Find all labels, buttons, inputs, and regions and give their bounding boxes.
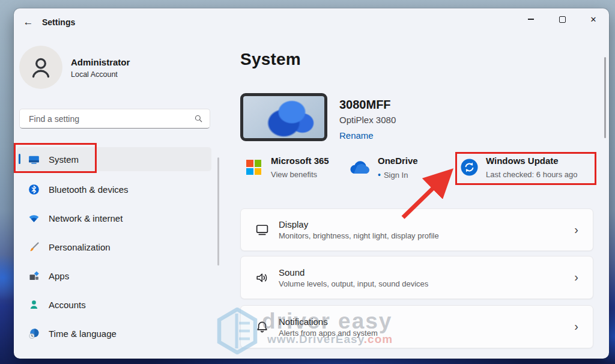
rename-link[interactable]: Rename <box>339 130 374 141</box>
maximize-icon <box>559 16 566 23</box>
card-display[interactable]: Display Monitors, brightness, night ligh… <box>240 208 593 251</box>
user-account-type: Local Account <box>71 70 118 79</box>
microsoft-365-title: Microsoft 365 <box>271 156 329 166</box>
personalization-brush-icon <box>28 241 40 253</box>
device-model: OptiPlex 3080 <box>339 115 396 125</box>
card-subtitle: Monitors, brightness, night light, displ… <box>279 231 439 240</box>
onedrive-title: OneDrive <box>378 156 418 166</box>
sidebar-scrollbar[interactable] <box>217 157 219 265</box>
view-benefits-link[interactable]: View benefits <box>271 170 317 179</box>
wifi-icon <box>28 212 40 225</box>
chevron-right-icon: › <box>574 320 578 333</box>
onedrive-icon <box>348 161 372 177</box>
minimize-button[interactable] <box>515 8 547 30</box>
sidebar-item-accounts[interactable]: Accounts <box>17 293 211 317</box>
user-name: Administrator <box>71 57 130 67</box>
sidebar-item-label: Time & language <box>49 329 117 339</box>
sidebar-item-system[interactable]: System <box>17 147 211 171</box>
notifications-bell-icon <box>255 320 270 335</box>
bluetooth-icon <box>28 183 40 196</box>
settings-window: ← Settings ✕ Administrator Local Account… <box>14 8 609 359</box>
window-title: Settings <box>42 17 75 27</box>
device-thumbnail <box>240 93 327 141</box>
sidebar-item-network-internet[interactable]: Network & internet <box>17 206 211 230</box>
search-box[interactable] <box>19 109 210 129</box>
display-icon <box>255 222 270 237</box>
windows-update-title[interactable]: Windows Update <box>486 156 559 166</box>
signin-link-label[interactable]: Sign In <box>384 171 408 180</box>
onedrive-signin[interactable]: •Sign In <box>378 170 408 180</box>
sidebar-item-label: System <box>49 154 79 165</box>
sidebar-item-label: Network & internet <box>49 213 123 223</box>
search-input[interactable] <box>28 114 194 124</box>
minimize-icon <box>528 19 534 20</box>
back-button[interactable]: ← <box>19 14 38 31</box>
windows-update-icon <box>461 159 478 176</box>
sidebar-item-personalization[interactable]: Personalization <box>17 235 211 259</box>
card-title: Display <box>279 219 439 229</box>
status-dot: • <box>378 170 381 180</box>
chevron-right-icon: › <box>574 222 578 236</box>
ms-square-red <box>246 160 253 167</box>
sidebar-item-label: Bluetooth & devices <box>49 184 129 195</box>
card-title: Notifications <box>279 317 378 327</box>
card-notifications[interactable]: Notifications Alerts from apps and syste… <box>240 305 593 348</box>
sound-icon <box>255 270 270 285</box>
card-subtitle: Volume levels, output, input, sound devi… <box>279 279 428 288</box>
windows-update-status: Last checked: 6 hours ago <box>486 170 578 179</box>
maximize-button[interactable] <box>547 8 578 30</box>
apps-icon <box>28 270 40 282</box>
sidebar-item-apps[interactable]: Apps <box>17 264 211 288</box>
accounts-icon <box>28 299 40 311</box>
close-button[interactable]: ✕ <box>578 8 609 30</box>
ms-square-blue <box>246 168 253 175</box>
sidebar-item-label: Accounts <box>49 300 86 310</box>
card-title: Sound <box>279 267 428 278</box>
page-title: System <box>240 50 301 69</box>
sidebar-item-time-language[interactable]: Time & language <box>17 321 211 345</box>
selected-indicator <box>19 154 20 164</box>
time-language-icon <box>28 327 40 340</box>
microsoft-365-icon <box>246 160 261 175</box>
device-name: 3080MFF <box>339 98 391 112</box>
avatar[interactable] <box>19 46 62 89</box>
card-sound[interactable]: Sound Volume levels, output, input, soun… <box>240 256 593 299</box>
system-icon <box>28 153 40 166</box>
window-controls: ✕ <box>515 8 609 30</box>
chevron-right-icon: › <box>574 270 578 284</box>
main-scrollbar[interactable] <box>604 57 606 138</box>
ms-square-yellow <box>255 168 262 175</box>
search-icon <box>194 114 203 123</box>
card-subtitle: Alerts from apps and system <box>279 329 378 338</box>
sidebar-item-label: Personalization <box>49 242 111 252</box>
ms-square-green <box>255 160 262 167</box>
sidebar-item-bluetooth-devices[interactable]: Bluetooth & devices <box>17 177 211 201</box>
sidebar-item-label: Apps <box>49 271 69 281</box>
person-icon <box>28 54 54 80</box>
